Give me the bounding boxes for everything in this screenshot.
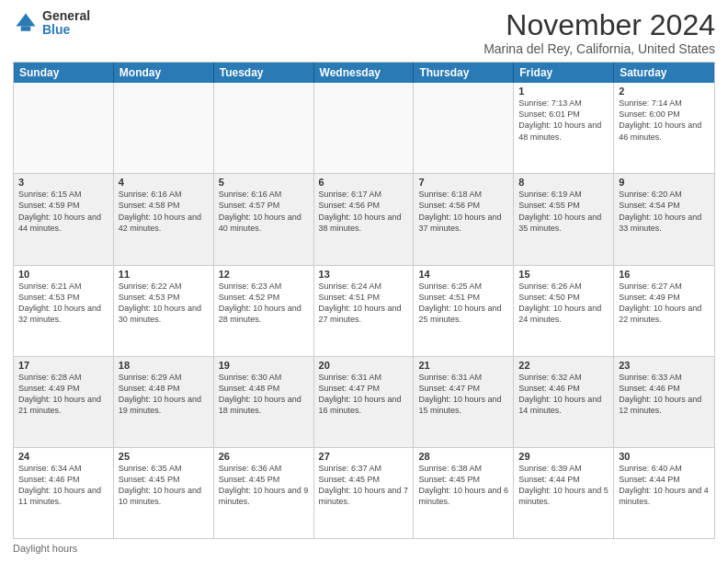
logo-icon (13, 10, 39, 36)
page: General Blue November 2024 Marina del Re… (0, 0, 728, 563)
day-number: 26 (219, 451, 309, 462)
day-number: 27 (319, 451, 409, 462)
cal-cell-day-12: 12Sunrise: 6:23 AM Sunset: 4:52 PM Dayli… (214, 266, 314, 356)
cal-cell-day-7: 7Sunrise: 6:18 AM Sunset: 4:56 PM Daylig… (414, 174, 514, 264)
logo-general-text: General (42, 9, 90, 23)
day-number: 5 (219, 177, 309, 188)
day-info: Sunrise: 6:38 AM Sunset: 4:45 PM Dayligh… (418, 463, 508, 508)
day-number: 23 (619, 360, 710, 371)
cal-cell-day-2: 2Sunrise: 7:14 AM Sunset: 6:00 PM Daylig… (614, 83, 714, 173)
logo-blue-text: Blue (42, 23, 90, 37)
day-info: Sunrise: 6:30 AM Sunset: 4:48 PM Dayligh… (219, 372, 309, 417)
cal-header-friday: Friday (514, 63, 614, 83)
day-number: 25 (119, 451, 209, 462)
day-info: Sunrise: 6:16 AM Sunset: 4:57 PM Dayligh… (219, 189, 309, 234)
day-info: Sunrise: 6:17 AM Sunset: 4:56 PM Dayligh… (319, 189, 409, 234)
day-info: Sunrise: 6:40 AM Sunset: 4:44 PM Dayligh… (619, 463, 710, 508)
cal-cell-day-4: 4Sunrise: 6:16 AM Sunset: 4:58 PM Daylig… (114, 174, 214, 264)
day-info: Sunrise: 6:15 AM Sunset: 4:59 PM Dayligh… (18, 189, 108, 234)
day-info: Sunrise: 6:19 AM Sunset: 4:55 PM Dayligh… (518, 189, 609, 234)
day-info: Sunrise: 6:23 AM Sunset: 4:52 PM Dayligh… (219, 281, 309, 326)
cal-cell-empty (214, 83, 314, 173)
cal-cell-day-5: 5Sunrise: 6:16 AM Sunset: 4:57 PM Daylig… (214, 174, 314, 264)
cal-cell-day-10: 10Sunrise: 6:21 AM Sunset: 4:53 PM Dayli… (14, 266, 114, 356)
svg-marker-0 (17, 14, 36, 27)
day-info: Sunrise: 6:21 AM Sunset: 4:53 PM Dayligh… (18, 281, 108, 326)
day-info: Sunrise: 6:33 AM Sunset: 4:46 PM Dayligh… (619, 372, 710, 417)
day-number: 7 (418, 177, 508, 188)
logo: General Blue (13, 9, 90, 38)
day-number: 24 (18, 451, 108, 462)
cal-cell-empty (414, 83, 514, 173)
cal-header-tuesday: Tuesday (214, 63, 314, 83)
day-number: 6 (319, 177, 409, 188)
day-number: 19 (219, 360, 309, 371)
day-number: 10 (18, 269, 108, 280)
day-info: Sunrise: 6:28 AM Sunset: 4:49 PM Dayligh… (18, 372, 108, 417)
cal-cell-empty (314, 83, 415, 173)
cal-cell-empty (14, 83, 114, 173)
calendar-header: SundayMondayTuesdayWednesdayThursdayFrid… (14, 63, 714, 83)
day-number: 16 (619, 269, 710, 280)
day-number: 12 (219, 269, 309, 280)
day-number: 30 (619, 451, 710, 462)
day-number: 18 (119, 360, 209, 371)
day-number: 11 (119, 269, 209, 280)
cal-row-1: 1Sunrise: 7:13 AM Sunset: 6:01 PM Daylig… (14, 83, 714, 174)
cal-cell-day-11: 11Sunrise: 6:22 AM Sunset: 4:53 PM Dayli… (114, 266, 214, 356)
day-number: 3 (18, 177, 108, 188)
cal-cell-day-29: 29Sunrise: 6:39 AM Sunset: 4:44 PM Dayli… (514, 448, 614, 538)
day-number: 13 (319, 269, 409, 280)
month-title: November 2024 (483, 9, 715, 41)
calendar-body: 1Sunrise: 7:13 AM Sunset: 6:01 PM Daylig… (14, 83, 714, 538)
cal-cell-day-19: 19Sunrise: 6:30 AM Sunset: 4:48 PM Dayli… (214, 357, 314, 447)
cal-cell-day-30: 30Sunrise: 6:40 AM Sunset: 4:44 PM Dayli… (614, 448, 714, 538)
day-number: 28 (418, 451, 508, 462)
cal-cell-day-24: 24Sunrise: 6:34 AM Sunset: 4:46 PM Dayli… (14, 448, 114, 538)
logo-text: General Blue (42, 9, 90, 38)
cal-header-wednesday: Wednesday (314, 63, 415, 83)
cal-cell-day-9: 9Sunrise: 6:20 AM Sunset: 4:54 PM Daylig… (614, 174, 714, 264)
day-info: Sunrise: 7:14 AM Sunset: 6:00 PM Dayligh… (619, 98, 710, 143)
cal-cell-day-8: 8Sunrise: 6:19 AM Sunset: 4:55 PM Daylig… (514, 174, 614, 264)
day-info: Sunrise: 6:29 AM Sunset: 4:48 PM Dayligh… (119, 372, 209, 417)
cal-header-monday: Monday (114, 63, 214, 83)
calendar: SundayMondayTuesdayWednesdayThursdayFrid… (13, 62, 715, 539)
header: General Blue November 2024 Marina del Re… (13, 9, 715, 56)
cal-cell-day-16: 16Sunrise: 6:27 AM Sunset: 4:49 PM Dayli… (614, 266, 714, 356)
cal-cell-day-3: 3Sunrise: 6:15 AM Sunset: 4:59 PM Daylig… (14, 174, 114, 264)
day-info: Sunrise: 6:25 AM Sunset: 4:51 PM Dayligh… (418, 281, 508, 326)
day-info: Sunrise: 6:27 AM Sunset: 4:49 PM Dayligh… (619, 281, 710, 326)
cal-cell-day-26: 26Sunrise: 6:36 AM Sunset: 4:45 PM Dayli… (214, 448, 314, 538)
day-info: Sunrise: 6:31 AM Sunset: 4:47 PM Dayligh… (319, 372, 409, 417)
day-number: 29 (518, 451, 609, 462)
day-info: Sunrise: 6:34 AM Sunset: 4:46 PM Dayligh… (18, 463, 108, 508)
day-number: 22 (518, 360, 609, 371)
day-info: Sunrise: 6:16 AM Sunset: 4:58 PM Dayligh… (119, 189, 209, 234)
cal-cell-day-22: 22Sunrise: 6:32 AM Sunset: 4:46 PM Dayli… (514, 357, 614, 447)
svg-rect-1 (21, 27, 31, 31)
cal-cell-day-23: 23Sunrise: 6:33 AM Sunset: 4:46 PM Dayli… (614, 357, 714, 447)
cal-cell-day-28: 28Sunrise: 6:38 AM Sunset: 4:45 PM Dayli… (414, 448, 514, 538)
day-info: Sunrise: 6:36 AM Sunset: 4:45 PM Dayligh… (219, 463, 309, 508)
day-info: Sunrise: 6:26 AM Sunset: 4:50 PM Dayligh… (518, 281, 609, 326)
day-info: Sunrise: 6:24 AM Sunset: 4:51 PM Dayligh… (319, 281, 409, 326)
day-info: Sunrise: 6:37 AM Sunset: 4:45 PM Dayligh… (319, 463, 409, 508)
cal-cell-empty (114, 83, 214, 173)
day-number: 8 (518, 177, 609, 188)
day-number: 15 (518, 269, 609, 280)
cal-row-3: 10Sunrise: 6:21 AM Sunset: 4:53 PM Dayli… (14, 266, 714, 357)
day-info: Sunrise: 7:13 AM Sunset: 6:01 PM Dayligh… (518, 98, 609, 143)
day-number: 9 (619, 177, 710, 188)
day-info: Sunrise: 6:32 AM Sunset: 4:46 PM Dayligh… (518, 372, 609, 417)
cal-cell-day-6: 6Sunrise: 6:17 AM Sunset: 4:56 PM Daylig… (314, 174, 415, 264)
cal-header-saturday: Saturday (614, 63, 714, 83)
day-info: Sunrise: 6:31 AM Sunset: 4:47 PM Dayligh… (418, 372, 508, 417)
location: Marina del Rey, California, United State… (483, 41, 715, 56)
cal-header-thursday: Thursday (414, 63, 514, 83)
cal-cell-day-15: 15Sunrise: 6:26 AM Sunset: 4:50 PM Dayli… (514, 266, 614, 356)
day-info: Sunrise: 6:39 AM Sunset: 4:44 PM Dayligh… (518, 463, 609, 508)
cal-cell-day-14: 14Sunrise: 6:25 AM Sunset: 4:51 PM Dayli… (414, 266, 514, 356)
cal-row-5: 24Sunrise: 6:34 AM Sunset: 4:46 PM Dayli… (14, 448, 714, 538)
day-number: 2 (619, 86, 710, 97)
